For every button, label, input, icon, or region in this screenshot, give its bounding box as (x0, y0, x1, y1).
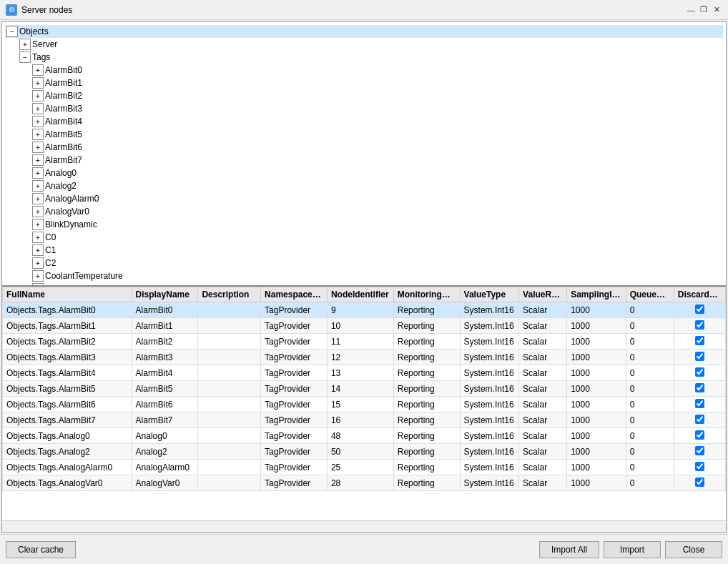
tree-node-alarmbit7[interactable]: +AlarmBit7 (5, 154, 723, 167)
tree-node-analog2[interactable]: +Analog2 (5, 179, 723, 192)
cell-discardoldest[interactable] (674, 381, 725, 397)
cell-discardoldest[interactable] (674, 444, 725, 460)
cell-nodeidentifier: 9 (327, 302, 393, 318)
tree-node-alarmbit0[interactable]: +AlarmBit0 (5, 64, 723, 76)
close-dialog-button[interactable]: Close (665, 541, 722, 558)
close-button[interactable]: ✕ (711, 4, 722, 16)
import-button[interactable]: Import (604, 541, 661, 558)
table-row[interactable]: Objects.Tags.AnalogVar0AnalogVar0TagProv… (3, 475, 726, 491)
expand-icon[interactable]: + (32, 206, 44, 217)
collapse-icon[interactable]: − (19, 51, 31, 63)
discard-oldest-checkbox[interactable] (695, 478, 704, 487)
tree-node-analogvar0[interactable]: +AnalogVar0 (5, 205, 723, 218)
discard-oldest-checkbox[interactable] (695, 446, 704, 455)
col-header-description[interactable]: Description (198, 287, 261, 302)
collapse-icon[interactable]: − (6, 26, 18, 37)
col-header-valuetype[interactable]: ValueType (460, 287, 519, 302)
table-wrapper[interactable]: FullNameDisplayNameDescriptionNamespaceU… (2, 287, 726, 520)
col-header-namespaceuri[interactable]: NamespaceUri (261, 287, 328, 302)
cell-discardoldest[interactable] (674, 460, 725, 475)
tree-node-objects[interactable]: −Objects (5, 25, 723, 38)
col-header-queuesize[interactable]: QueueSize (626, 287, 674, 302)
table-row[interactable]: Objects.Tags.Analog2Analog2TagProvider50… (3, 444, 726, 460)
table-row[interactable]: Objects.Tags.AlarmBit6AlarmBit6TagProvid… (3, 397, 726, 412)
tree-node-alarmbit3[interactable]: +AlarmBit3 (5, 102, 723, 115)
discard-oldest-checkbox[interactable] (695, 462, 704, 471)
tree-node-alarmbit5[interactable]: +AlarmBit5 (5, 128, 723, 141)
minimize-button[interactable]: — (685, 4, 697, 16)
table-row[interactable]: Objects.Tags.Analog0Analog0TagProvider48… (3, 428, 726, 444)
cell-discardoldest[interactable] (674, 397, 725, 412)
col-header-fullname[interactable]: FullName (3, 287, 132, 302)
expand-icon[interactable]: + (32, 90, 44, 102)
expand-icon[interactable]: + (32, 167, 44, 179)
table-row[interactable]: Objects.Tags.AlarmBit1AlarmBit1TagProvid… (3, 318, 726, 334)
cell-discardoldest[interactable] (674, 475, 725, 491)
discard-oldest-checkbox[interactable] (695, 320, 704, 330)
tree-node-analogalarm0[interactable]: +AnalogAlarm0 (5, 192, 723, 205)
table-row[interactable]: Objects.Tags.AlarmBit0AlarmBit0TagProvid… (3, 302, 726, 318)
expand-icon[interactable]: + (32, 244, 44, 256)
expand-icon[interactable]: + (32, 180, 44, 192)
table-row[interactable]: Objects.Tags.AlarmBit4AlarmBit4TagProvid… (3, 365, 726, 381)
restore-button[interactable]: ❐ (698, 4, 709, 16)
table-row[interactable]: Objects.Tags.AlarmBit2AlarmBit2TagProvid… (3, 334, 726, 350)
cell-discardoldest[interactable] (674, 350, 725, 365)
tree-node-c0[interactable]: +C0 (5, 231, 723, 244)
horizontal-scrollbar[interactable] (2, 520, 726, 532)
clear-cache-button[interactable]: Clear cache (6, 541, 76, 558)
col-header-monitoringmode[interactable]: MonitoringMode (393, 287, 460, 302)
expand-icon[interactable]: + (19, 39, 31, 50)
expand-icon[interactable]: + (32, 77, 44, 89)
discard-oldest-checkbox[interactable] (695, 336, 704, 345)
discard-oldest-checkbox[interactable] (695, 399, 704, 408)
table-row[interactable]: Objects.Tags.AlarmBit3AlarmBit3TagProvid… (3, 350, 726, 365)
tree-node-c2[interactable]: +C2 (5, 257, 723, 269)
expand-icon[interactable]: + (32, 219, 44, 230)
col-header-nodeidentifier[interactable]: NodeIdentifier (327, 287, 393, 302)
expand-icon[interactable]: + (32, 103, 44, 114)
expand-icon[interactable]: + (32, 64, 44, 76)
tree-node-c1[interactable]: +C1 (5, 244, 723, 257)
tree-node-alarmbit6[interactable]: +AlarmBit6 (5, 141, 723, 154)
import-all-button[interactable]: Import All (539, 541, 599, 558)
expand-icon[interactable]: + (32, 154, 44, 166)
tree-node-alarmbit2[interactable]: +AlarmBit2 (5, 89, 723, 102)
cell-discardoldest[interactable] (674, 334, 725, 350)
expand-icon[interactable]: + (32, 257, 44, 269)
expand-icon[interactable]: + (32, 270, 44, 282)
table-row[interactable]: Objects.Tags.AlarmBit7AlarmBit7TagProvid… (3, 412, 726, 428)
tree-node-blinkdynamic[interactable]: +BlinkDynamic (5, 218, 723, 231)
tree-node-analog0[interactable]: +Analog0 (5, 167, 723, 179)
cell-samplinginterval: 1000 (567, 318, 626, 334)
cell-discardoldest[interactable] (674, 302, 725, 318)
cell-valuetype: System.Int16 (460, 381, 519, 397)
expand-icon[interactable]: + (32, 116, 44, 127)
cell-discardoldest[interactable] (674, 428, 725, 444)
tree-node-server[interactable]: +Server (5, 38, 723, 51)
tree-pane: −Objects+Server−Tags+AlarmBit0+AlarmBit1… (2, 22, 726, 287)
col-header-displayname[interactable]: DisplayName (132, 287, 198, 302)
discard-oldest-checkbox[interactable] (695, 367, 704, 377)
cell-discardoldest[interactable] (674, 365, 725, 381)
tree-node-alarmbit1[interactable]: +AlarmBit1 (5, 76, 723, 89)
discard-oldest-checkbox[interactable] (695, 415, 704, 424)
discard-oldest-checkbox[interactable] (695, 383, 704, 392)
discard-oldest-checkbox[interactable] (695, 352, 704, 361)
discard-oldest-checkbox[interactable] (695, 430, 704, 440)
table-row[interactable]: Objects.Tags.AnalogAlarm0AnalogAlarm0Tag… (3, 460, 726, 475)
table-row[interactable]: Objects.Tags.AlarmBit5AlarmBit5TagProvid… (3, 381, 726, 397)
expand-icon[interactable]: + (32, 193, 44, 204)
col-header-valuerank[interactable]: ValueRank (519, 287, 567, 302)
tree-node-alarmbit4[interactable]: +AlarmBit4 (5, 115, 723, 128)
tree-node-tags[interactable]: −Tags (5, 51, 723, 64)
discard-oldest-checkbox[interactable] (695, 305, 704, 314)
tree-node-coolanttemperature[interactable]: +CoolantTemperature (5, 269, 723, 282)
col-header-discardoldest[interactable]: DiscardOldest (674, 287, 725, 302)
expand-icon[interactable]: + (32, 232, 44, 243)
cell-discardoldest[interactable] (674, 318, 725, 334)
expand-icon[interactable]: + (32, 129, 44, 140)
col-header-samplinginterval[interactable]: SamplingInterval (567, 287, 626, 302)
expand-icon[interactable]: + (32, 142, 44, 153)
cell-discardoldest[interactable] (674, 412, 725, 428)
